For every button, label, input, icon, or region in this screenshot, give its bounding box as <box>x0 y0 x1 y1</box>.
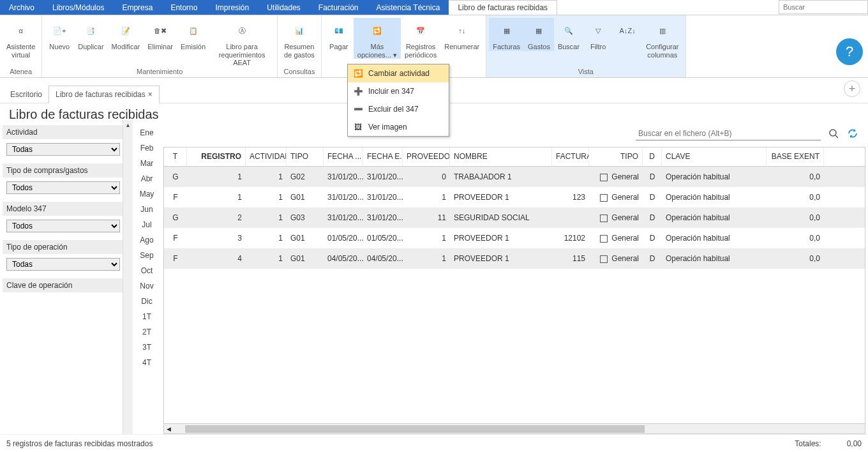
menu-libros-módulos[interactable]: Libros/Módulos <box>43 0 113 15</box>
mas-opciones-dropdown: 🔁Cambiar actividad➕Incluir en 347➖Exclui… <box>347 64 449 137</box>
checkbox-icon[interactable] <box>600 255 608 263</box>
month-oct[interactable]: Oct <box>133 263 161 278</box>
refresh-icon[interactable] <box>846 127 859 140</box>
scroll-up-icon[interactable]: ▲ <box>123 120 133 130</box>
month-nav: EneFebMarAbrMayJunJulAgoSepOctNovDic1T2T… <box>133 120 161 434</box>
checkbox-icon[interactable] <box>600 194 608 202</box>
month-1t[interactable]: 1T <box>133 309 161 324</box>
gastos-toggle[interactable]: ▦Gastos <box>524 18 554 51</box>
tab-escritorio[interactable]: Escritorio <box>4 86 49 103</box>
table-row[interactable]: F11G0131/01/20...31/01/20...1PROVEEDOR 1… <box>164 187 865 207</box>
filtro-button[interactable]: ▽Filtro <box>583 18 613 51</box>
filter-select-actividad[interactable]: Todas <box>6 143 120 156</box>
dropdown-cambiar-actividad[interactable]: 🔁Cambiar actividad <box>348 64 449 82</box>
menu-empresa[interactable]: Empresa <box>113 0 161 15</box>
column-header[interactable]: TIPO <box>589 147 643 166</box>
menu-bar: ArchivoLibros/MódulosEmpresaEntornoImpre… <box>0 0 868 15</box>
dropdown-icon: 🔁 <box>353 68 363 79</box>
filter-sidebar: ActividadTodasTipo de compras/gastosTodo… <box>0 120 133 434</box>
menu-facturación[interactable]: Facturación <box>310 0 368 15</box>
help-icon[interactable]: ? <box>836 38 863 65</box>
asistente-virtual[interactable]: αAsistentevirtual <box>3 18 39 59</box>
table-row[interactable]: F31G0101/05/20...01/05/20...1PROVEEDOR 1… <box>164 228 865 248</box>
grid-horizontal-scrollbar[interactable]: ◀ <box>164 423 865 433</box>
menu-entorno[interactable]: Entorno <box>161 0 206 15</box>
checkbox-icon[interactable] <box>600 235 608 243</box>
table-row[interactable]: G21G0331/01/20...31/01/20...11SEGURIDAD … <box>164 207 865 228</box>
ribbon-tab-active[interactable]: Libro de facturas recibidas <box>449 0 557 15</box>
eliminar-button[interactable]: 🗑✖Eliminar <box>144 18 177 51</box>
filter-select-modelo-347[interactable]: Todos <box>6 220 120 232</box>
table-row[interactable]: F41G0104/05/20...04/05/20...1PROVEEDOR 1… <box>164 248 865 269</box>
column-header[interactable]: D <box>643 147 662 166</box>
month-feb[interactable]: Feb <box>133 140 161 156</box>
dropdown-incluir-en-347[interactable]: ➕Incluir en 347 <box>348 82 449 100</box>
duplicar-button[interactable]: 📑Duplicar <box>74 18 107 51</box>
tab-libro-de-facturas-recibidas[interactable]: Libro de facturas recibidas× <box>49 86 160 103</box>
month-3t[interactable]: 3T <box>133 340 161 355</box>
month-ene[interactable]: Ene <box>133 125 161 140</box>
month-nov[interactable]: Nov <box>133 278 161 294</box>
grid-header: TREGISTROACTIVIDADTIPOFECHA ...FECHA E..… <box>164 147 865 167</box>
nuevo-button-icon: 📄+ <box>49 20 70 41</box>
grid-search-input[interactable] <box>636 126 821 140</box>
menu-impresión[interactable]: Impresión <box>206 0 258 15</box>
buscar-button[interactable]: 🔍Buscar <box>554 18 583 51</box>
month-sep[interactable]: Sep <box>133 248 161 263</box>
filter-label: Modelo 347 <box>3 202 128 216</box>
column-header[interactable]: BASE EXENT <box>767 147 824 166</box>
table-row[interactable]: G11G0231/01/20...31/01/20...0TRABAJADOR … <box>164 167 865 187</box>
modificar-button[interactable]: 📝Modificar <box>108 18 144 51</box>
filter-select-tipo-de-compras-gastos[interactable]: Todos <box>6 181 120 194</box>
facturas-toggle[interactable]: ▦Facturas <box>489 18 524 51</box>
renumerar-button[interactable]: ↑↓Renumerar <box>440 18 483 51</box>
column-header[interactable]: TIPO <box>287 147 324 166</box>
asistente-virtual-icon: α <box>10 20 32 41</box>
search-icon[interactable] <box>827 127 840 140</box>
column-header[interactable]: NOMBRE <box>450 147 552 166</box>
menu-utilidades[interactable]: Utilidades <box>258 0 310 15</box>
month-jul[interactable]: Jul <box>133 217 161 232</box>
global-search-input[interactable] <box>779 0 868 14</box>
pagar-button[interactable]: 💶Pagar <box>324 18 354 51</box>
resumen-gastos-button[interactable]: 📊Resumende gastos <box>280 18 318 59</box>
libro-aeat-button[interactable]: ⒶLibro pararequerimientos AEAT <box>209 18 274 67</box>
column-header[interactable]: CLAVE <box>662 147 767 166</box>
sidebar-scrollbar[interactable]: ▲ <box>123 120 133 434</box>
checkbox-icon[interactable] <box>600 174 608 181</box>
filter-select-tipo-de-operación[interactable]: Todas <box>6 258 120 271</box>
month-abr[interactable]: Abr <box>133 171 161 186</box>
column-header[interactable]: REGISTRO <box>187 147 246 166</box>
status-text: 5 registros de facturas recibidas mostra… <box>6 439 153 448</box>
menu-archivo[interactable]: Archivo <box>0 0 43 15</box>
pagar-button-icon: 💶 <box>328 20 350 41</box>
month-jun[interactable]: Jun <box>133 202 161 217</box>
invoice-grid: TREGISTROACTIVIDADTIPOFECHA ...FECHA E..… <box>163 147 865 434</box>
emision-button[interactable]: 📋Emisión <box>177 18 209 51</box>
menu-asistencia-técnica[interactable]: Asistencia Técnica <box>368 0 449 15</box>
dropdown-ver-imagen[interactable]: 🖼Ver imagen <box>348 118 449 136</box>
month-2t[interactable]: 2T <box>133 324 161 340</box>
registros-periodicos-button-icon: 📅 <box>410 20 431 41</box>
column-header[interactable]: T <box>164 147 187 166</box>
column-header[interactable]: FECHA E... <box>363 147 403 166</box>
month-mar[interactable]: Mar <box>133 156 161 171</box>
column-header[interactable]: PROVEEDOR <box>403 147 450 166</box>
column-header[interactable]: FECHA ... <box>324 147 363 166</box>
registros-periodicos-button[interactable]: 📅Registrosperiódicos <box>401 18 440 59</box>
filter-label: Tipo de compras/gastos <box>3 163 128 177</box>
month-dic[interactable]: Dic <box>133 294 161 309</box>
sort-button[interactable]: A↓Z↓ <box>613 18 642 43</box>
month-may[interactable]: May <box>133 186 161 202</box>
column-header[interactable]: FACTURA <box>552 147 589 166</box>
month-4t[interactable]: 4T <box>133 355 161 370</box>
add-tab-button[interactable]: + <box>844 80 860 97</box>
month-ago[interactable]: Ago <box>133 232 161 248</box>
checkbox-icon[interactable] <box>600 215 608 222</box>
nuevo-button[interactable]: 📄+Nuevo <box>45 18 74 51</box>
config-columnas-button[interactable]: ▥Configurarcolumnas <box>642 18 682 59</box>
mas-opciones-button[interactable]: 🔁Másopciones... ▾ <box>354 18 401 59</box>
close-icon[interactable]: × <box>148 90 153 99</box>
dropdown-excluir-del-347[interactable]: ➖Excluir del 347 <box>348 100 449 118</box>
column-header[interactable]: ACTIVIDAD <box>246 147 287 166</box>
